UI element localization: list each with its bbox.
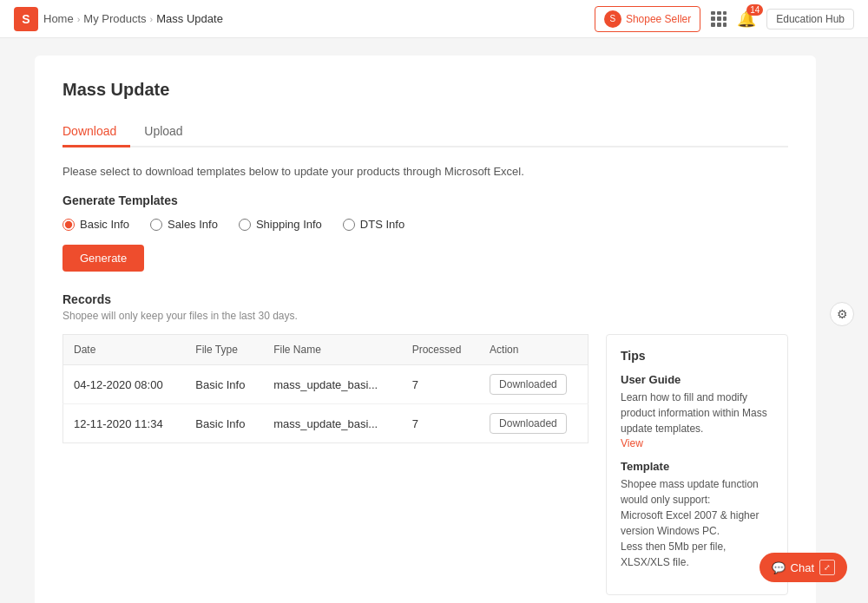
row1-file-type: Basic Info: [185, 365, 263, 404]
row2-action: Downloaded: [479, 404, 588, 443]
tip-template-title: Template: [621, 460, 773, 473]
records-title: Records: [62, 292, 788, 306]
settings-icon: ⚙: [837, 307, 848, 321]
breadcrumb-sep-1: ›: [77, 14, 81, 24]
shopee-logo[interactable]: S: [14, 7, 38, 31]
generate-section-title: Generate Templates: [62, 193, 788, 207]
breadcrumb-my-products[interactable]: My Products: [83, 12, 146, 25]
tip-user-guide-text: Learn how to fill and modify product inf…: [621, 390, 773, 436]
content-card: Mass Update Download Upload Please selec…: [35, 56, 816, 603]
shopee-seller-button[interactable]: S Shopee Seller: [595, 6, 700, 32]
tabs: Download Upload: [62, 117, 788, 147]
notification-badge: 14: [746, 4, 763, 16]
tips-box: Tips User Guide Learn how to fill and mo…: [606, 334, 788, 595]
row1-date: 04-12-2020 08:00: [63, 365, 186, 404]
table-column: Date File Type File Name Processed Actio…: [62, 334, 589, 595]
settings-float-button[interactable]: ⚙: [830, 302, 854, 326]
tip-template-text2: Microsoft Excel 2007 & higher version Wi…: [621, 508, 773, 539]
tip-template-text3: Less then 5Mb per file, XLSX/XLS file.: [621, 539, 773, 570]
generate-button[interactable]: Generate: [62, 245, 144, 272]
radio-sales-info[interactable]: Sales Info: [150, 218, 218, 231]
tips-title: Tips: [621, 349, 773, 363]
header-row: Date File Type File Name Processed Actio…: [63, 335, 589, 365]
education-hub-button[interactable]: Education Hub: [766, 9, 854, 29]
tab-upload[interactable]: Upload: [130, 117, 196, 147]
tip-template: Template Shopee mass update function wou…: [621, 460, 773, 570]
table-row: 04-12-2020 08:00 Basic Info mass_update_…: [63, 365, 589, 404]
expand-icon: ⤢: [819, 560, 835, 575]
row2-file-name: mass_update_basi...: [263, 404, 401, 443]
top-navigation: S Home › My Products › Mass Update S Sho…: [0, 0, 868, 38]
radio-basic-info-input[interactable]: [62, 219, 75, 231]
records-table: Date File Type File Name Processed Actio…: [62, 334, 589, 443]
chat-button[interactable]: 💬 Chat ⤢: [760, 553, 847, 582]
col-processed: Processed: [402, 335, 479, 365]
breadcrumb-home[interactable]: Home: [43, 12, 74, 25]
row2-processed: 7: [402, 404, 479, 443]
radio-shipping-info[interactable]: Shipping Info: [239, 218, 322, 231]
content-columns: Date File Type File Name Processed Actio…: [62, 334, 788, 595]
col-action: Action: [479, 335, 588, 365]
col-date: Date: [63, 335, 186, 365]
main-wrapper: Mass Update Download Upload Please selec…: [0, 38, 868, 603]
tab-download[interactable]: Download: [62, 117, 130, 147]
nav-left: S Home › My Products › Mass Update: [14, 7, 595, 31]
chat-label: Chat: [791, 561, 814, 574]
row1-processed: 7: [402, 365, 479, 404]
table-header: Date File Type File Name Processed Actio…: [63, 335, 589, 365]
tips-column: Tips User Guide Learn how to fill and mo…: [606, 334, 788, 595]
row2-date: 12-11-2020 11:34: [63, 404, 186, 443]
table-row: 12-11-2020 11:34 Basic Info mass_update_…: [63, 404, 589, 443]
radio-basic-info[interactable]: Basic Info: [62, 218, 129, 231]
breadcrumb-sep-2: ›: [150, 14, 154, 24]
col-file-name: File Name: [263, 335, 401, 365]
chat-icon: 💬: [772, 561, 786, 574]
records-note: Shopee will only keep your files in the …: [62, 310, 788, 322]
instructions-text: Please select to download templates belo…: [62, 165, 788, 178]
notification-button[interactable]: 🔔 14: [737, 10, 756, 29]
radio-dts-info[interactable]: DTS Info: [343, 218, 404, 231]
row2-downloaded-button[interactable]: Downloaded: [490, 413, 567, 434]
breadcrumb: Home › My Products › Mass Update: [43, 12, 223, 25]
row1-file-name: mass_update_basi...: [263, 365, 401, 404]
table-body: 04-12-2020 08:00 Basic Info mass_update_…: [63, 365, 589, 443]
row1-action: Downloaded: [479, 365, 588, 404]
breadcrumb-current: Mass Update: [156, 12, 223, 25]
tip-template-text1: Shopee mass update function would only s…: [621, 476, 773, 508]
tip-user-guide: User Guide Learn how to fill and modify …: [621, 373, 773, 449]
page-title: Mass Update: [62, 80, 788, 100]
row2-file-type: Basic Info: [185, 404, 263, 443]
grid-menu-icon[interactable]: [711, 11, 727, 27]
row1-downloaded-button[interactable]: Downloaded: [490, 374, 567, 395]
radio-shipping-info-input[interactable]: [239, 219, 251, 231]
nav-right: S Shopee Seller 🔔 14 Education Hub: [595, 6, 854, 32]
tip-view-link[interactable]: View: [621, 437, 643, 449]
template-options: Basic Info Sales Info Shipping Info DTS …: [62, 218, 788, 231]
col-file-type: File Type: [185, 335, 263, 365]
shopee-seller-icon: S: [604, 10, 621, 28]
tip-user-guide-title: User Guide: [621, 373, 773, 386]
radio-sales-info-input[interactable]: [150, 219, 162, 231]
radio-dts-info-input[interactable]: [343, 219, 355, 231]
